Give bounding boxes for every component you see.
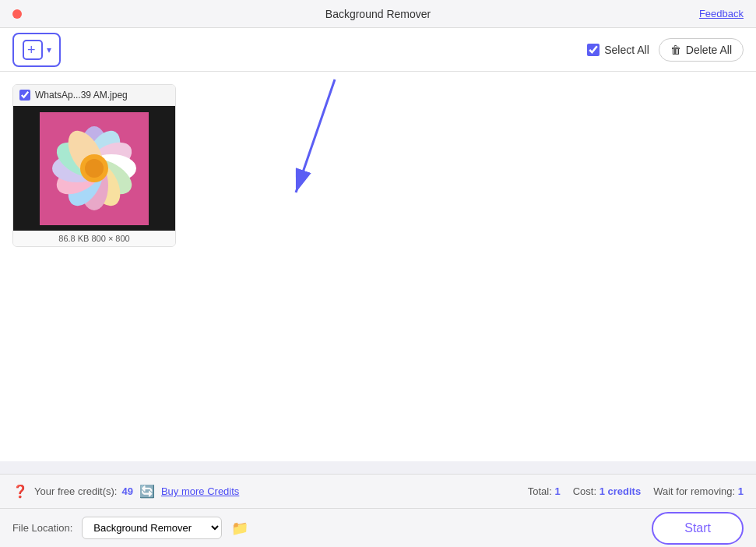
bottom-status-bar: ❓ Your free credit(s): 49 🔄 Buy more Cre…	[0, 474, 756, 508]
toolbar: + ▾ Select All 🗑 Delete All	[0, 28, 756, 72]
credits-count: 49	[121, 485, 132, 497]
select-all-label: Select All	[604, 44, 649, 56]
app-title: Background Remover	[325, 8, 431, 20]
wait-label: Wait for removing: 1	[653, 485, 744, 497]
total-value: 1	[554, 485, 560, 497]
totals-section: Total: 1 Cost: 1 credits Wait for removi…	[528, 485, 744, 497]
image-card: WhatsAp...39 AM.jpeg	[12, 84, 176, 247]
add-files-button[interactable]: + ▾	[12, 33, 61, 67]
credits-info: Your free credit(s): 49	[34, 485, 133, 497]
file-location-label: File Location:	[12, 522, 72, 534]
image-card-header: WhatsAp...39 AM.jpeg	[13, 85, 175, 106]
image-grid: WhatsAp...39 AM.jpeg	[12, 84, 744, 247]
image-preview	[13, 106, 175, 231]
buy-credits-link[interactable]: Buy more Credits	[161, 485, 239, 497]
file-location-bar: File Location: Background Remover 📁 Star…	[0, 508, 756, 547]
refresh-icon[interactable]: 🔄	[139, 484, 155, 499]
toolbar-actions: Select All 🗑 Delete All	[587, 38, 744, 62]
start-button[interactable]: Start	[652, 512, 744, 545]
open-folder-button[interactable]: 📁	[231, 520, 248, 537]
title-bar: Background Remover Feedback	[0, 0, 756, 28]
select-all-container[interactable]: Select All	[587, 44, 649, 56]
cost-label: Cost: 1 credits	[573, 485, 641, 497]
add-button-dropdown-icon: ▾	[47, 44, 51, 55]
flower-svg	[16, 108, 172, 229]
main-content: WhatsAp...39 AM.jpeg	[0, 72, 756, 461]
help-icon: ❓	[12, 484, 28, 499]
file-location-select[interactable]: Background Remover	[82, 517, 222, 539]
svg-point-17	[85, 159, 104, 178]
wait-value: 1	[738, 485, 744, 497]
image-info: 86.8 KB 800 × 800	[13, 231, 175, 246]
folder-icon: 📁	[231, 521, 248, 536]
window-controls	[12, 9, 22, 19]
delete-all-button[interactable]: 🗑 Delete All	[659, 38, 744, 62]
trash-icon: 🗑	[670, 44, 681, 56]
cost-value: 1 credits	[600, 485, 641, 497]
total-label: Total: 1	[528, 485, 561, 497]
select-all-checkbox[interactable]	[587, 44, 600, 56]
feedback-link[interactable]: Feedback	[699, 8, 744, 19]
close-button-icon[interactable]	[12, 9, 22, 19]
add-file-icon: +	[22, 39, 44, 61]
credits-label: Your free credit(s):	[34, 485, 117, 497]
svg-text:+: +	[27, 42, 36, 58]
image-checkbox[interactable]	[19, 90, 30, 101]
delete-all-label: Delete All	[686, 44, 732, 56]
image-filename: WhatsAp...39 AM.jpeg	[35, 90, 128, 101]
